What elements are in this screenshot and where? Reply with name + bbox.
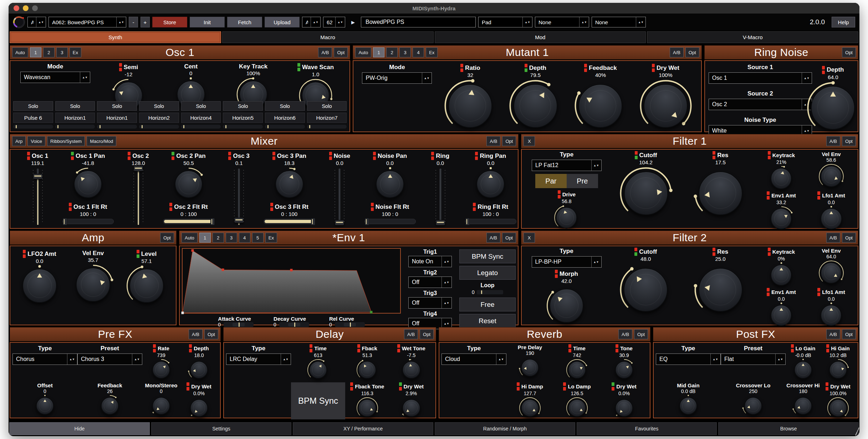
mutant1-mode-select[interactable]: PW-Orig ▲▼ [362,72,432,84]
prefx-opt-button[interactable]: Opt [204,329,218,339]
footer-button-favourites[interactable]: Favourites [577,422,717,435]
osc1-header-button-3[interactable]: 3 [56,47,68,57]
wave-level-slider[interactable] [139,125,179,129]
knob-control-mono-stereo[interactable] [150,395,172,417]
filter1-bypass-button[interactable]: X [524,136,535,146]
mutant1-header-button-4[interactable]: 4 [413,47,424,57]
stepper-arrows-icon[interactable]: ▲▼ [591,160,599,171]
knob-control-crossover-lo[interactable] [742,395,764,417]
mutant1-header-button-1[interactable]: 1 [373,47,384,57]
env1-header-button-1[interactable]: 1 [199,233,211,243]
wave-select-horizon2[interactable]: Horizon2 [139,113,179,123]
wave-select-pulse-6[interactable]: Pulse 6 [13,113,53,123]
mod-select-1[interactable]: None ▲▼ [535,17,589,27]
wave-level-slider[interactable] [265,125,305,129]
knob-control-osc-2-pan[interactable] [172,167,206,201]
env1-reset-button[interactable]: Reset [459,314,516,328]
mixer-opt-button[interactable]: Opt [502,136,516,146]
stepper-arrows-icon[interactable]: ▲▼ [422,73,430,83]
knob-control-noise-pan[interactable] [373,167,407,201]
knob-control-dry-wet[interactable] [827,397,849,419]
solo-button[interactable]: Solo [265,101,305,111]
footer-button-browse[interactable]: Browse [718,422,859,435]
mixer-header-button-arp[interactable]: Arp [12,136,26,146]
stepper-arrows-icon[interactable]: ▲▼ [441,256,449,267]
patch-name-field[interactable]: BowedPPG PS [361,17,476,27]
wave-select-horizon5[interactable]: Horizon5 [223,113,263,123]
ringnoise-opt-button[interactable]: Opt [842,47,856,57]
stepper-arrows-icon[interactable]: ▲▼ [522,17,530,27]
mixer-ab-button[interactable]: A/B [486,136,500,146]
mod-select-2[interactable]: None ▲▼ [592,17,646,27]
tab-mod[interactable]: Mod [435,31,646,43]
mutant1-opt-button[interactable]: Opt [685,47,699,57]
postfx-ab-button[interactable]: A/B [826,329,840,339]
knob-control-depth[interactable] [188,359,210,381]
envelope-handle[interactable] [221,269,224,271]
close-icon[interactable] [14,5,19,11]
env1-legato-button[interactable]: Legato [459,266,516,280]
knob-control-dry-wet[interactable] [639,79,693,133]
tab-v-macro[interactable]: V-Macro [647,31,858,43]
delay-type-select[interactable]: LRC Delay ▲▼ [226,353,291,365]
knob-control-morph[interactable] [546,285,587,326]
solo-button[interactable]: Solo [139,101,179,111]
prefx-preset-select[interactable]: Chorus 3 ▲▼ [77,353,142,365]
knob-control-lfo1-amt[interactable] [818,206,844,232]
level-slider-osc-2[interactable] [132,169,144,225]
stepper-arrows-icon[interactable]: ▲▼ [579,17,587,27]
stepper-arrows-icon[interactable]: ▲▼ [281,354,289,365]
filter-routing-slider[interactable] [163,219,214,224]
env1-header-button-auto[interactable]: Auto [182,233,198,243]
knob-control-rate[interactable] [150,359,172,381]
mutant1-header-button-2[interactable]: 2 [386,47,398,57]
play-icon[interactable]: ▶ [348,17,358,27]
filter2-opt-button[interactable]: Opt [842,233,856,243]
filter-routing-slider[interactable] [364,219,416,224]
wave-level-slider[interactable] [13,125,53,129]
knob-control-res[interactable] [694,263,747,316]
preset-select[interactable]: A062: BowedPPG PS ▲▼ [48,17,126,27]
minimize-icon[interactable] [23,5,29,11]
knob-control-hi-damp[interactable] [519,397,541,419]
knob-control-vel-env[interactable] [72,264,114,305]
osc1-opt-button[interactable]: Opt [334,47,348,57]
knob-control-lfo1-amt[interactable] [818,303,844,328]
tab-synth[interactable]: Synth [10,31,221,43]
solo-button[interactable]: Solo [97,101,137,111]
filter-routing-slider[interactable] [62,219,114,224]
stepper-arrows-icon[interactable]: ▲▼ [636,17,644,27]
env1-loop-slider[interactable] [477,290,503,294]
knob-control-depth[interactable] [509,79,562,133]
curve-slider[interactable] [224,322,254,327]
wave-select-horizon1[interactable]: Horizon1 [55,113,95,123]
osc1-header-button-auto[interactable]: Auto [12,47,28,57]
filter-routing-slider[interactable] [465,219,516,224]
knob-control-ratio[interactable] [444,79,497,133]
knob-control-wet-tone[interactable] [400,359,422,381]
knob-control-fback[interactable] [356,359,378,381]
osc1-header-button-2[interactable]: 2 [43,47,55,57]
envelope-handle[interactable] [290,269,292,272]
knob-control-feedback[interactable] [574,79,627,133]
knob-control-res[interactable] [694,166,747,220]
knob-control-dry-wet[interactable] [613,397,635,419]
curve-slider[interactable] [279,322,309,327]
knob-control-hi-gain[interactable] [827,359,849,381]
filter2-type-select[interactable]: LP-BP-HP ▲▼ [532,256,602,268]
category-select[interactable]: Pad ▲▼ [478,17,532,27]
envelope-handle[interactable] [370,311,373,314]
env1-header-button-3[interactable]: 3 [226,233,237,243]
delay-opt-button[interactable]: Opt [420,329,434,339]
fetch-button[interactable]: Fetch [227,17,262,27]
level-slider-osc-3[interactable] [233,169,245,225]
filter1-pre-button[interactable]: Pre [567,174,598,188]
env1-free-button[interactable]: Free [459,298,516,311]
footer-button-settings[interactable]: Settings [151,422,292,435]
delay-ab-button[interactable]: A/B [404,329,418,339]
mixer-header-button-macro-mod[interactable]: Macro/Mod [87,136,116,146]
store-button[interactable]: Store [152,17,187,27]
upload-button[interactable]: Upload [265,17,300,27]
knob-control-cutoff[interactable] [619,263,673,316]
postfx-type-select[interactable]: EQ ▲▼ [656,353,721,365]
